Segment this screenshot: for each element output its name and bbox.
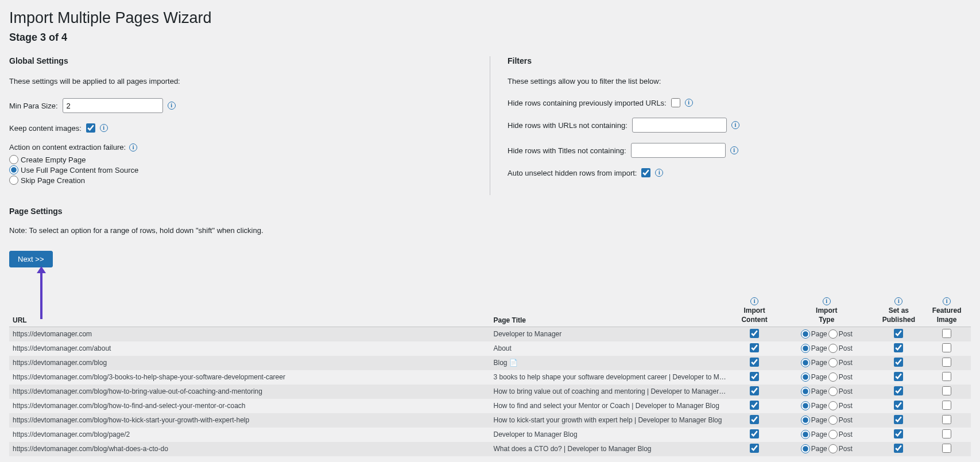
skip-page-creation-label: Skip Page Creation [21, 176, 85, 185]
create-empty-page-label: Create Empty Page [21, 156, 86, 164]
import-content-checkbox[interactable] [750, 415, 759, 424]
set-as-published-checkbox[interactable] [894, 358, 903, 367]
use-full-page-radio[interactable] [9, 165, 18, 174]
min-para-size-label: Min Para Size: [9, 102, 58, 110]
import-content-checkbox[interactable] [750, 386, 759, 395]
set-as-published-checkbox[interactable] [894, 401, 903, 410]
import-type-post-radio[interactable] [828, 416, 838, 425]
featured-image-checkbox[interactable] [942, 358, 951, 367]
import-content-checkbox[interactable] [750, 429, 759, 438]
featured-image-checkbox[interactable] [942, 329, 951, 338]
import-content-checkbox[interactable] [750, 358, 759, 367]
info-icon[interactable] [100, 124, 108, 132]
url-cell: https://devtomanager.com [9, 327, 490, 341]
set-as-published-checkbox[interactable] [894, 444, 903, 453]
table-row: https://devtomanager.com/blog/how-to-bri… [9, 385, 971, 399]
global-settings-description: These settings will be applied to all pa… [9, 77, 472, 86]
extraction-failure-label: Action on content extraction failure: [9, 143, 126, 152]
import-type-page-label: Page [811, 416, 827, 424]
url-column-header: URL [9, 295, 490, 327]
auto-unselect-label: Auto unselect hidden rows from import: [508, 169, 637, 177]
set-as-published-checkbox[interactable] [894, 372, 903, 381]
keep-content-images-checkbox[interactable] [86, 123, 95, 133]
import-type-post-radio[interactable] [828, 444, 838, 453]
featured-image-checkbox[interactable] [942, 401, 951, 410]
skip-page-creation-radio[interactable] [9, 176, 18, 185]
import-type-post-radio[interactable] [828, 329, 838, 339]
featured-header-1: Featured [932, 306, 962, 315]
set-as-header-1: Set as [889, 306, 909, 315]
info-icon[interactable] [943, 297, 951, 305]
import-type-post-radio[interactable] [828, 387, 838, 396]
import-type-post-radio[interactable] [828, 372, 838, 382]
featured-image-checkbox[interactable] [942, 343, 951, 352]
set-as-published-checkbox[interactable] [894, 329, 903, 338]
import-content-checkbox[interactable] [750, 401, 759, 410]
import-type-post-radio[interactable] [828, 358, 838, 367]
import-type-header-2: Type [819, 316, 834, 324]
page-title: Import Multiple Pages Wizard [9, 9, 971, 27]
auto-unselect-checkbox[interactable] [641, 168, 650, 177]
import-type-post-label: Post [839, 416, 853, 424]
import-type-post-radio[interactable] [828, 430, 838, 439]
info-icon[interactable] [168, 102, 176, 110]
title-cell: Developer to Manager Blog [490, 428, 731, 442]
import-type-post-label: Post [839, 387, 853, 395]
hide-prev-imported-checkbox[interactable] [671, 98, 680, 107]
import-type-page-radio[interactable] [801, 329, 810, 339]
set-as-header-2: Published [882, 316, 915, 324]
import-content-checkbox[interactable] [750, 329, 759, 338]
import-type-page-radio[interactable] [801, 372, 810, 382]
title-cell: How to kick-start your growth with exper… [490, 413, 731, 428]
set-as-published-checkbox[interactable] [894, 415, 903, 424]
import-content-checkbox[interactable] [750, 444, 759, 453]
info-icon[interactable] [731, 121, 739, 129]
import-type-post-label: Post [839, 445, 853, 453]
next-button[interactable]: Next >> [9, 251, 53, 267]
import-type-page-radio[interactable] [801, 344, 810, 353]
info-icon[interactable] [685, 99, 693, 107]
info-icon[interactable] [730, 146, 738, 154]
import-type-page-radio[interactable] [801, 416, 810, 425]
filters-description: These settings allow you to filter the l… [508, 77, 971, 86]
info-icon[interactable] [655, 169, 663, 177]
hide-urls-not-containing-input[interactable] [632, 118, 727, 133]
import-content-checkbox[interactable] [750, 343, 759, 352]
hide-urls-not-containing-label: Hide rows with URLs not containing: [508, 121, 627, 130]
import-type-page-radio[interactable] [801, 430, 810, 439]
featured-image-checkbox[interactable] [942, 444, 951, 453]
set-as-published-checkbox[interactable] [894, 343, 903, 352]
import-content-checkbox[interactable] [750, 372, 759, 381]
featured-image-checkbox[interactable] [942, 372, 951, 381]
info-icon[interactable] [129, 143, 137, 152]
title-cell: What does a CTO do? | Developer to Manag… [490, 442, 731, 456]
import-content-header-2: Content [741, 316, 767, 324]
hide-titles-not-containing-input[interactable] [631, 143, 726, 158]
set-as-published-checkbox[interactable] [894, 386, 903, 395]
import-type-page-radio[interactable] [801, 444, 810, 453]
url-cell: https://devtomanager.com/blog [9, 356, 490, 370]
title-cell: Developer to Manager [490, 327, 731, 341]
url-cell: https://devtomanager.com/about [9, 341, 490, 356]
import-type-page-radio[interactable] [801, 387, 810, 396]
page-settings-heading: Page Settings [9, 207, 971, 216]
import-type-page-radio[interactable] [801, 401, 810, 410]
featured-image-checkbox[interactable] [942, 429, 951, 438]
import-type-page-radio[interactable] [801, 358, 810, 367]
table-row: https://devtomanager.comDeveloper to Man… [9, 327, 971, 341]
global-settings-heading: Global Settings [9, 56, 472, 65]
featured-image-checkbox[interactable] [942, 415, 951, 424]
min-para-size-input[interactable] [63, 98, 163, 113]
info-icon[interactable] [894, 297, 902, 305]
featured-image-checkbox[interactable] [942, 386, 951, 395]
info-icon[interactable] [823, 297, 831, 305]
info-icon[interactable] [750, 297, 758, 305]
table-row: https://devtomanager.com/aboutAboutPageP… [9, 341, 971, 356]
set-as-published-checkbox[interactable] [894, 429, 903, 438]
title-cell: About [490, 341, 731, 356]
create-empty-page-radio[interactable] [9, 155, 18, 164]
import-type-page-label: Page [811, 445, 827, 453]
import-type-post-radio[interactable] [828, 401, 838, 410]
import-type-post-radio[interactable] [828, 344, 838, 353]
table-row: https://devtomanager.com/blog/what-does-… [9, 442, 971, 456]
